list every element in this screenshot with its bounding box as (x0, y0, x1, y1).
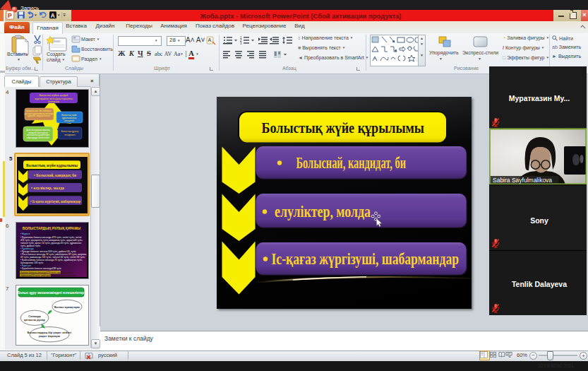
svg-text:• елуліктер, молда: • елуліктер, молда (31, 185, 65, 190)
svg-text:• Қарабегілік болысы аясында: • Қарабегілік болысы аясында138 түтін (20, 267, 61, 270)
svg-text:• Болыснай, кандидат, би: • Болыснай, кандидат, би (34, 172, 76, 177)
svg-text:A: A (51, 13, 55, 19)
svg-text:• Наурыз: • Наурыз (20, 232, 30, 235)
svg-text:Муратказин Му...: Муратказин Му... (509, 94, 570, 102)
svg-text:3: 3 (240, 42, 242, 45)
svg-text:өзгешелігі: өзгешелігі (64, 119, 74, 122)
svg-text:негіздемесі: негіздемесі (64, 134, 76, 136)
svg-text:қатысты рулар: қатысты рулар (24, 318, 45, 322)
svg-text:Sabira Sayfulmalikova: Sabira Sayfulmalikova (493, 177, 552, 184)
svg-text:Іс-қағаз жүргізуші, шабарманда: Іс-қағаз жүргізуші, шабармандар (272, 249, 460, 268)
svg-text:уақыт барлауы: уақыт барлауы (39, 334, 61, 338)
svg-text:БОЛЫСТАРДЫҢ РУЛЫҚ ҚҰРАМЫ: БОЛЫСТАРДЫҢ РУЛЫҚ ҚҰРАМЫ (23, 226, 81, 230)
svg-text:көжемнер: көжемнер (48, 100, 59, 103)
svg-text:Болыс аумақтары: Болыс аумақтары (54, 305, 80, 309)
svg-text:құрылса, айырық болған: құрылса, айырық болған (28, 114, 50, 117)
svg-text:Болыстық жүйеге қандай: Болыстық жүйеге қандай (40, 94, 68, 97)
svg-text:Болыстар құрылу: Болыстар құрылу (61, 130, 79, 133)
svg-text:Sony: Sony (530, 216, 548, 225)
svg-text:P: P (8, 12, 12, 19)
svg-text:Болыстық жүйе құрылымы: Болыстық жүйе құрылымы (262, 119, 425, 136)
svg-text:Болыснай, кандидат, би: Болыснай, кандидат, би (296, 153, 407, 172)
svg-text:• Іс-қағаз жүргізуші, шабарман: • Іс-қағаз жүргізуші, шабармандар (30, 198, 80, 203)
svg-text:Болыстық жүйе құрылымы: Болыстық жүйе құрылымы (26, 163, 78, 167)
svg-text:елуліктер, молда: елуліктер, молда (275, 202, 371, 220)
svg-text:қарасында13 түтін, жерінде47 т: қарасында13 түтін, жерінде47 түтін, ноға… (20, 274, 76, 277)
svg-text:түтін, дайынгі түтін: түтін, дайынгі түтін (20, 245, 40, 247)
svg-text:Tenlik Dalayeva: Tenlik Dalayeva (512, 280, 567, 288)
svg-text:Болыс құру механизміндегі өзге: Болыс құру механизміндегі өзгешеліктер (18, 291, 84, 295)
svg-text:Қырғыз болысы аясында173 түтін: Қырғыз болысы аясында173 түтін, қарақалп… (20, 271, 74, 274)
svg-text:айқындауда өкілеттілікке: айқындауда өкілеттілікке (27, 136, 50, 139)
svg-text:A: A (208, 37, 212, 42)
